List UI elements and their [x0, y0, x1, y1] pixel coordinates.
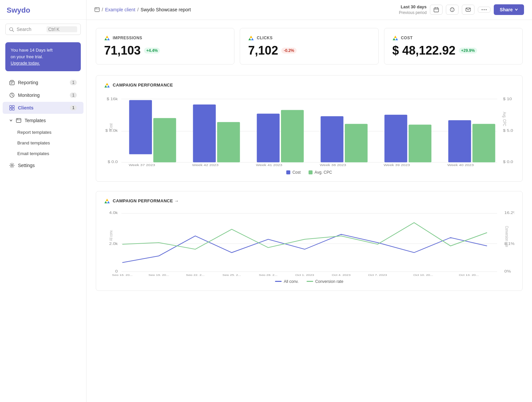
svg-marker-35 — [248, 38, 251, 40]
bar-chart: $ 16k $ 8.0k $ 0.0 $ 10 $ 5.0 $ 0.0 Cost… — [104, 94, 514, 167]
svg-marker-72 — [106, 199, 108, 201]
kpi-clicks-value: 7,102 -0.2% — [248, 44, 370, 58]
calendar-button[interactable] — [430, 5, 443, 15]
settings-icon — [9, 163, 15, 168]
sidebar-item-clients[interactable]: Clients 1 — [3, 102, 83, 114]
svg-marker-42 — [107, 85, 110, 88]
email-button[interactable] — [462, 5, 474, 15]
kpi-impressions-label: IMPRESSIONS — [104, 35, 226, 41]
chevron-down-icon — [9, 119, 13, 122]
svg-point-23 — [451, 9, 452, 9]
google-ads-icon-5 — [104, 198, 110, 204]
line-chart-svg: 4.0k 2.0k 0 16.2% 8.1% 0% All conv. Conv… — [104, 209, 514, 276]
upgrade-link[interactable]: Upgrade today. — [11, 61, 40, 66]
breadcrumb-icon — [94, 7, 100, 12]
svg-rect-61 — [345, 124, 368, 162]
bar-chart-title: CAMPAIGN PERFORMANCE — [104, 82, 514, 88]
svg-text:Cost: Cost — [109, 123, 113, 130]
bar-chart-section: CAMPAIGN PERFORMANCE $ 16k $ 8.0k $ 0.0 … — [96, 75, 523, 182]
svg-point-28 — [484, 9, 485, 10]
svg-text:Week 38 2023: Week 38 2023 — [320, 163, 346, 167]
svg-marker-32 — [104, 38, 107, 40]
svg-point-14 — [11, 164, 13, 166]
kpi-clicks-label: CLICKS — [248, 35, 370, 41]
svg-rect-57 — [217, 122, 240, 162]
email-icon — [466, 7, 471, 12]
app-logo: Swydo — [7, 6, 30, 14]
svg-marker-37 — [394, 36, 397, 38]
svg-rect-3 — [11, 80, 13, 81]
sidebar-item-brand-templates[interactable]: Brand templates — [3, 138, 83, 148]
kpi-clicks: CLICKS 7,102 -0.2% — [240, 28, 378, 65]
theme-button[interactable] — [446, 5, 459, 15]
svg-rect-56 — [193, 104, 216, 162]
main-area: / Example client / Swydo Showcase report… — [86, 0, 532, 402]
svg-marker-34 — [250, 36, 252, 38]
svg-rect-62 — [384, 115, 407, 162]
svg-text:Week 39 2023: Week 39 2023 — [384, 163, 410, 167]
breadcrumb-client[interactable]: Example client — [105, 7, 135, 12]
svg-rect-8 — [12, 105, 14, 107]
svg-text:All conv.: All conv. — [108, 230, 113, 241]
breadcrumb-report: Swydo Showcase report — [141, 7, 191, 12]
share-button[interactable]: Share — [494, 4, 524, 15]
search-icon — [9, 27, 14, 32]
sidebar-item-report-templates[interactable]: Report templates — [3, 127, 83, 137]
svg-rect-10 — [12, 108, 14, 110]
sidebar-item-settings[interactable]: Settings — [3, 159, 83, 171]
date-range-info: Last 30 days Previous period — [399, 4, 427, 16]
sidebar-item-templates[interactable]: Templates — [3, 114, 83, 126]
breadcrumb: / Example client / Swydo Showcase report — [94, 7, 191, 12]
svg-text:2.0k: 2.0k — [109, 242, 118, 246]
svg-point-27 — [482, 9, 483, 10]
svg-rect-63 — [409, 124, 432, 162]
trial-banner: You have 14 Days left on your free trial… — [5, 42, 81, 71]
svg-text:16.2%: 16.2% — [504, 211, 514, 215]
svg-point-24 — [453, 9, 454, 9]
line-chart: 4.0k 2.0k 0 16.2% 8.1% 0% All conv. Conv… — [104, 209, 514, 276]
search-button[interactable]: Search Ctrl K — [5, 24, 81, 35]
svg-rect-11 — [16, 118, 21, 122]
svg-text:Week 40 2023: Week 40 2023 — [448, 163, 474, 167]
kpi-impressions-badge: +4.4% — [144, 48, 160, 54]
svg-rect-15 — [95, 8, 99, 12]
kpi-cost-value: $ 48,122.92 +29.9% — [392, 44, 514, 58]
more-button[interactable] — [478, 7, 490, 13]
svg-text:Conversion rate: Conversion rate — [504, 226, 509, 247]
reporting-icon — [9, 80, 15, 85]
svg-rect-55 — [153, 118, 176, 162]
svg-text:Week 42 2023: Week 42 2023 — [192, 163, 218, 167]
svg-point-22 — [450, 8, 454, 12]
line-chart-legend: All conv. Conversion rate — [104, 279, 514, 284]
svg-rect-54 — [129, 100, 152, 154]
svg-marker-36 — [251, 38, 254, 40]
svg-text:4.0k: 4.0k — [109, 211, 118, 215]
svg-line-1 — [12, 30, 14, 32]
svg-text:0%: 0% — [504, 270, 511, 274]
google-ads-icon-3 — [392, 35, 398, 41]
svg-marker-31 — [106, 36, 108, 38]
templates-icon — [16, 118, 21, 123]
sidebar-item-reporting[interactable]: Reporting 1 — [3, 77, 83, 89]
svg-rect-58 — [257, 113, 280, 162]
svg-rect-60 — [321, 116, 343, 162]
sidebar-item-email-templates[interactable]: Email templates — [3, 148, 83, 159]
svg-text:Sep 22, 2...: Sep 22, 2... — [186, 273, 204, 276]
svg-rect-59 — [281, 110, 304, 162]
sidebar-item-monitoring[interactable]: Monitoring 1 — [3, 89, 83, 101]
breadcrumb-sep1: / — [102, 7, 103, 12]
svg-rect-9 — [10, 108, 12, 110]
kpi-impressions: IMPRESSIONS 71,103 +4.4% — [96, 28, 234, 65]
svg-text:Oct 13, 20...: Oct 13, 20... — [459, 273, 479, 276]
svg-text:Sep 16, 20...: Sep 16, 20... — [112, 273, 133, 276]
kpi-clicks-badge: -0.2% — [281, 48, 296, 54]
svg-marker-33 — [107, 38, 110, 40]
svg-rect-2 — [10, 81, 14, 85]
svg-text:Week 37 2023: Week 37 2023 — [129, 163, 155, 167]
google-ads-icon-2 — [248, 35, 254, 41]
svg-text:Sep 19, 20...: Sep 19, 20... — [148, 273, 169, 276]
svg-marker-73 — [104, 201, 107, 203]
svg-marker-74 — [107, 201, 110, 203]
kpi-row: IMPRESSIONS 71,103 +4.4% CLICKS — [96, 28, 523, 65]
svg-text:$ 16k: $ 16k — [107, 97, 118, 101]
